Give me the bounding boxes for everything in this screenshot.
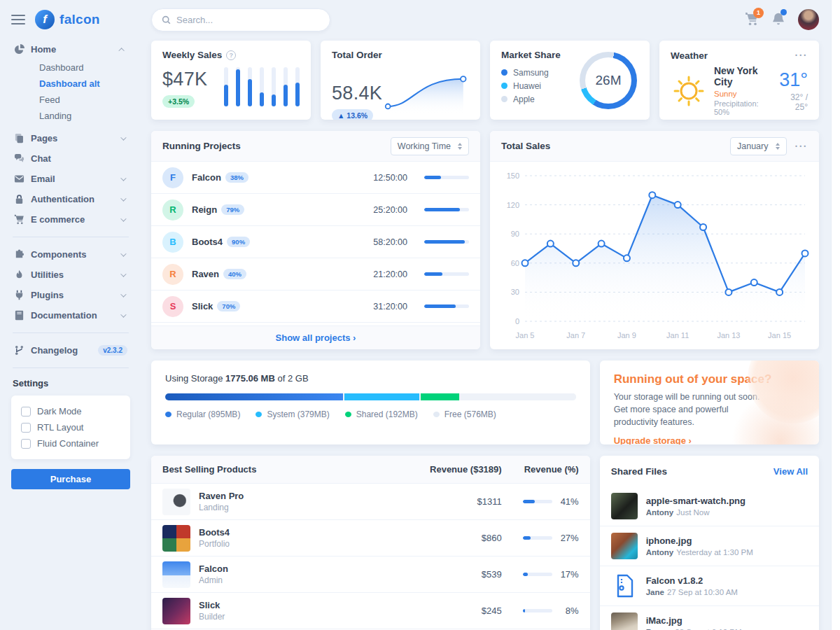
show-all-projects-link[interactable]: Show all projects ›: [276, 332, 356, 343]
legend-dot: [501, 69, 507, 76]
svg-text:Jan 9: Jan 9: [617, 331, 636, 340]
sidebar-item[interactable]: Dashboard: [11, 59, 130, 76]
nav-icon: [14, 44, 24, 55]
project-time: 58:20:00: [364, 237, 407, 247]
chevron-icon: [120, 271, 126, 276]
total-order-value: 58.4K: [332, 83, 382, 104]
weather-title: Weather: [671, 50, 708, 61]
weekly-sales-value: $47K: [162, 69, 207, 90]
file-name-link[interactable]: Falcon v1.8.2: [646, 575, 738, 586]
upgrade-storage-link[interactable]: Upgrade storage ›: [614, 435, 692, 444]
best-selling-title: Best Selling Products: [162, 464, 397, 475]
working-time-select[interactable]: Working Time: [391, 137, 469, 155]
checkbox[interactable]: [21, 423, 31, 433]
weekly-bar: [248, 67, 252, 106]
settings-heading: Settings: [13, 378, 129, 388]
sidebar-item[interactable]: [13, 237, 129, 237]
product-progress-bar: [523, 573, 552, 576]
nav-icon: [14, 249, 24, 260]
scrollbar[interactable]: [831, 0, 840, 630]
product-row: Falcon Admin $539 17%: [151, 556, 590, 593]
project-name-link[interactable]: Falcon: [192, 172, 221, 183]
search-box[interactable]: [151, 8, 330, 31]
product-name-link[interactable]: Falcon: [199, 564, 228, 574]
storage-legend-item: Regular (895MB): [165, 410, 240, 419]
file-author: Antony: [646, 508, 674, 517]
file-name-link[interactable]: apple-smart-watch.png: [646, 496, 746, 506]
sidebar-item[interactable]: Utilities: [11, 265, 130, 285]
file-time: Just Now: [676, 508, 709, 517]
project-name-link[interactable]: Reign: [192, 204, 217, 215]
cart-button[interactable]: 1: [745, 12, 759, 28]
chevron-icon: [120, 175, 126, 181]
product-row: Raven Pro Landing $1311 41%: [151, 484, 590, 520]
project-name-link[interactable]: Boots4: [192, 237, 223, 247]
project-name-link[interactable]: Raven: [192, 269, 219, 279]
settings-card: Dark Mode RTL Layout Fluid Container: [11, 396, 130, 459]
revenue-column-header: Revenue ($3189): [397, 464, 502, 475]
file-name-link[interactable]: iMac.jpg: [646, 615, 742, 626]
sidebar-item[interactable]: [13, 368, 129, 368]
sidebar-item[interactable]: Pages: [11, 128, 130, 148]
view-all-link[interactable]: View All: [774, 466, 808, 477]
project-progress-badge: 90%: [227, 237, 250, 247]
weekly-sales-bar-chart: [224, 67, 300, 108]
settings-checkbox-row[interactable]: Dark Mode: [21, 403, 120, 419]
settings-checkbox-row[interactable]: RTL Layout: [21, 419, 120, 435]
weather-condition: Sunny: [714, 90, 772, 98]
brand-name: falcon: [59, 12, 100, 27]
weekly-bar: [224, 67, 228, 106]
sidebar-item[interactable]: Feed: [11, 92, 130, 108]
weather-menu-icon[interactable]: ···: [795, 50, 808, 61]
sort-arrows-icon: [458, 143, 462, 150]
sidebar-item[interactable]: Documentation: [11, 305, 130, 326]
sidebar-item[interactable]: Chat: [11, 148, 130, 169]
hamburger-menu-icon[interactable]: [11, 12, 25, 27]
weekly-bar: [284, 67, 288, 106]
sidebar-item[interactable]: Components: [11, 244, 130, 265]
sidebar-item[interactable]: Home: [11, 39, 130, 59]
product-name-link[interactable]: Boots4: [199, 527, 230, 538]
product-name-link[interactable]: Slick: [199, 600, 225, 610]
month-select[interactable]: January: [730, 137, 786, 155]
sidebar-item[interactable]: Email: [11, 169, 130, 189]
product-thumbnail: [162, 561, 190, 588]
product-row: Boots4 Portfolio $860 27%: [151, 520, 590, 556]
storage-segment: [461, 393, 576, 400]
svg-text:150: 150: [507, 172, 519, 180]
total-order-title: Total Order: [332, 50, 382, 60]
project-name-link[interactable]: Slick: [192, 301, 213, 312]
project-avatar: F: [162, 167, 183, 188]
file-name-link[interactable]: iphone.jpg: [646, 536, 753, 546]
sidebar-item[interactable]: E commerce: [11, 209, 130, 230]
total-order-sparkline: [382, 67, 469, 120]
help-icon[interactable]: ?: [226, 50, 236, 60]
shared-file-item: iphone.jpg AntonyYesterday at 1:30 PM: [600, 526, 819, 566]
user-avatar[interactable]: [798, 9, 819, 30]
product-name-link[interactable]: Raven Pro: [199, 491, 244, 501]
sidebar-item[interactable]: Changelog v2.3.2: [11, 340, 130, 360]
purchase-button[interactable]: Purchase: [11, 469, 130, 489]
total-sales-menu-icon[interactable]: ···: [795, 141, 808, 152]
sidebar-item[interactable]: Authentication: [11, 189, 130, 209]
checkbox[interactable]: [21, 439, 31, 449]
storage-legend-item: Shared (192MB): [345, 410, 418, 419]
product-progress-bar: [523, 500, 552, 503]
svg-text:30: 30: [511, 288, 519, 296]
checkbox[interactable]: [21, 407, 31, 416]
sidebar-item[interactable]: Dashboard alt: [11, 76, 130, 92]
notifications-button[interactable]: [771, 12, 785, 28]
svg-text:Jan 13: Jan 13: [717, 331, 740, 340]
sidebar-item[interactable]: Plugins: [11, 285, 130, 305]
search-input[interactable]: [176, 15, 320, 25]
settings-checkbox-row[interactable]: Fluid Container: [21, 435, 120, 451]
project-progress-bar: [424, 208, 469, 211]
brand-logo[interactable]: f falcon: [35, 10, 100, 29]
sidebar-item[interactable]: Landing: [11, 108, 130, 124]
sidebar-item[interactable]: [13, 332, 129, 333]
chevron-icon: [120, 291, 126, 297]
arrow-right-icon: ›: [689, 435, 692, 444]
space-title: Running out of your space?: [614, 372, 805, 386]
falcon-logo-icon: f: [35, 10, 55, 29]
project-progress-bar: [424, 304, 469, 308]
